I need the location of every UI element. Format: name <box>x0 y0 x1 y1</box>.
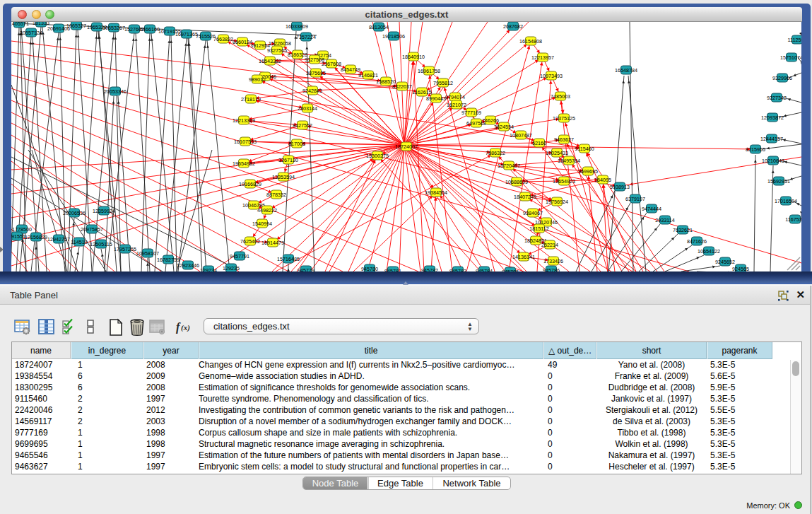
svg-text:16914479: 16914479 <box>261 240 284 246</box>
svg-text:9327505: 9327505 <box>267 47 287 54</box>
svg-text:12156829: 12156829 <box>25 234 47 240</box>
svg-text:13654923: 13654923 <box>553 178 575 185</box>
svg-text:17016504: 17016504 <box>775 198 797 204</box>
svg-text:12093872: 12093872 <box>761 115 784 121</box>
svg-text:252214: 252214 <box>541 242 558 248</box>
svg-text:9474444: 9474444 <box>642 206 661 212</box>
svg-text:14136141: 14136141 <box>512 254 535 260</box>
svg-text:164095: 164095 <box>594 177 611 183</box>
svg-text:18407249: 18407249 <box>514 194 536 200</box>
svg-text:16543382: 16543382 <box>259 58 281 64</box>
svg-text:9463627: 9463627 <box>554 136 574 143</box>
svg-text:6466160: 6466160 <box>140 26 160 33</box>
svg-text:5938913: 5938913 <box>610 184 630 190</box>
svg-text:10973493: 10973493 <box>540 73 563 79</box>
svg-text:1065327: 1065327 <box>66 23 86 29</box>
svg-text:3267130: 3267130 <box>278 157 298 163</box>
svg-text:2367608: 2367608 <box>322 61 341 67</box>
svg-text:12375125: 12375125 <box>553 115 575 122</box>
svg-text:1540994: 1540994 <box>252 221 272 227</box>
svg-text:16154808: 16154808 <box>519 38 542 45</box>
svg-text:15300275: 15300275 <box>366 153 389 159</box>
svg-text:8322037: 8322037 <box>392 83 412 90</box>
svg-text:924565: 924565 <box>732 266 749 272</box>
svg-text:19166829: 19166829 <box>239 181 261 187</box>
svg-text:114519: 114519 <box>71 239 87 245</box>
svg-text:20206536: 20206536 <box>63 210 86 216</box>
svg-text:10807487: 10807487 <box>510 132 532 139</box>
svg-text:13353594: 13353594 <box>272 174 295 180</box>
svg-text:9146821: 9146821 <box>358 72 378 78</box>
svg-text:1162615: 1162615 <box>412 89 431 95</box>
svg-text:8660124: 8660124 <box>233 39 252 45</box>
svg-text:20975857: 20975857 <box>81 226 103 233</box>
svg-text:7625402: 7625402 <box>240 238 260 245</box>
svg-text:9384067: 9384067 <box>523 210 543 216</box>
svg-text:10025433: 10025433 <box>546 150 568 156</box>
svg-text:8878332: 8878332 <box>266 192 286 198</box>
svg-text:12444157: 12444157 <box>760 136 783 142</box>
svg-text:20557124: 20557124 <box>20 30 42 36</box>
svg-text:8454749: 8454749 <box>341 66 360 73</box>
svg-text:16107553: 16107553 <box>234 139 257 145</box>
svg-text:9245652: 9245652 <box>715 259 735 265</box>
svg-text:7663822: 7663822 <box>213 36 233 42</box>
svg-text:15716485: 15716485 <box>277 256 300 262</box>
svg-text:8215955: 8215955 <box>746 146 765 153</box>
svg-text:15751074: 15751074 <box>780 54 801 61</box>
svg-text:10654122: 10654122 <box>698 248 720 255</box>
svg-text:f: f <box>176 321 181 334</box>
svg-text:3624554: 3624554 <box>494 124 514 130</box>
svg-text:15692951: 15692951 <box>767 178 790 185</box>
svg-text:10958107: 10958107 <box>136 250 159 257</box>
svg-text:817008: 817008 <box>288 141 305 147</box>
svg-text:15226058: 15226058 <box>269 40 291 47</box>
svg-text:9115460: 9115460 <box>575 146 594 152</box>
svg-text:(x): (x) <box>181 323 190 332</box>
svg-text:12942757: 12942757 <box>47 236 70 243</box>
svg-text:16961758: 16961758 <box>418 68 440 74</box>
svg-text:8813054: 8813054 <box>369 24 389 30</box>
svg-text:10688609: 10688609 <box>505 179 528 185</box>
svg-text:15720407: 15720407 <box>498 163 520 169</box>
svg-text:3875685: 3875685 <box>306 70 326 76</box>
svg-text:19384554: 19384554 <box>425 189 447 196</box>
svg-text:2803144: 2803144 <box>298 105 317 112</box>
svg-text:7955812: 7955812 <box>433 80 453 86</box>
svg-text:1778500: 1778500 <box>12 226 32 233</box>
svg-text:18640910: 18640910 <box>402 54 425 60</box>
svg-text:62160: 62160 <box>532 140 546 146</box>
svg-text:7515526: 7515526 <box>196 33 216 40</box>
svg-text:9794074: 9794074 <box>445 94 465 100</box>
svg-text:1167533: 1167533 <box>785 216 801 223</box>
svg-text:7886322: 7886322 <box>486 150 505 156</box>
svg-text:8471626: 8471626 <box>687 238 707 245</box>
svg-text:16971365: 16971365 <box>175 31 198 37</box>
svg-text:9242843: 9242843 <box>302 88 322 94</box>
svg-text:10653267: 10653267 <box>102 25 125 31</box>
svg-text:2933114: 2933114 <box>655 217 674 223</box>
svg-text:19218506: 19218506 <box>382 33 405 40</box>
svg-text:391551: 391551 <box>11 233 25 240</box>
svg-text:9457791: 9457791 <box>230 253 249 259</box>
svg-text:2087682: 2087682 <box>503 23 523 30</box>
svg-text:1733426: 1733426 <box>543 258 563 264</box>
svg-text:9227342: 9227342 <box>767 95 787 101</box>
svg-text:10210643: 10210643 <box>762 158 784 164</box>
svg-text:989012: 989012 <box>249 76 266 83</box>
svg-text:17957255: 17957255 <box>114 246 136 252</box>
svg-text:19654982: 19654982 <box>233 160 255 167</box>
svg-text:4498222: 4498222 <box>257 207 277 214</box>
svg-text:1621072: 1621072 <box>447 102 466 108</box>
svg-text:7357224: 7357224 <box>296 34 316 40</box>
svg-text:9699695: 9699695 <box>578 168 598 175</box>
svg-text:12359924: 12359924 <box>93 208 115 214</box>
svg-text:7485003: 7485003 <box>551 93 570 100</box>
svg-text:1815112: 1815112 <box>529 226 548 232</box>
svg-text:12213957: 12213957 <box>531 54 554 61</box>
svg-text:129235: 129235 <box>223 265 240 271</box>
svg-text:19756924: 19756924 <box>546 199 568 205</box>
svg-text:945780: 945780 <box>361 266 378 272</box>
svg-text:746266: 746266 <box>482 117 499 124</box>
svg-text:16033809: 16033809 <box>286 23 308 30</box>
